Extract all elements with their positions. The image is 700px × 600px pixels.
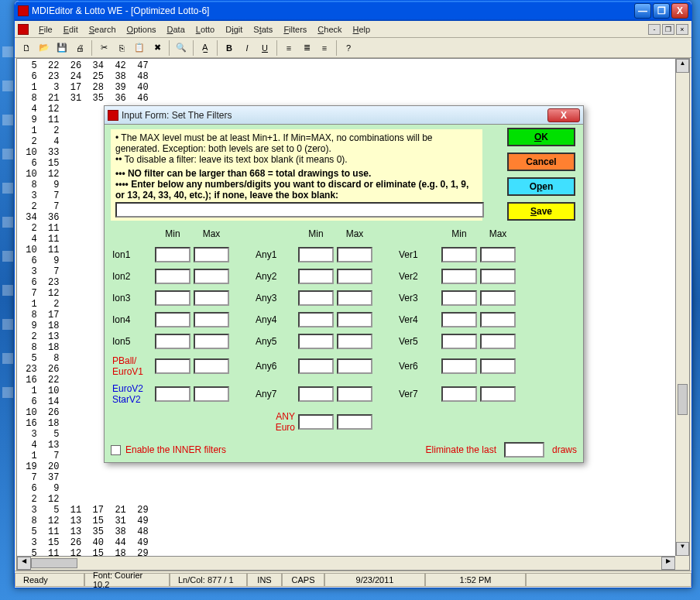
help-icon[interactable]: ? — [340, 39, 357, 57]
ver5-min-input[interactable] — [441, 334, 477, 349]
ok-button[interactable]: OK — [507, 128, 575, 146]
cut-icon[interactable]: ✂ — [95, 39, 112, 57]
ver6-max-input[interactable] — [480, 358, 516, 374]
menu-digit[interactable]: Digit — [220, 23, 248, 36]
ver4-max-input[interactable] — [480, 312, 516, 327]
ver1-max-input[interactable] — [480, 247, 516, 262]
discard-input[interactable] — [115, 202, 484, 218]
any7-max-input[interactable] — [337, 386, 372, 402]
ion2-min-input[interactable] — [155, 269, 190, 284]
menu-stats[interactable]: Stats — [248, 23, 278, 36]
any3-max-input[interactable] — [337, 290, 372, 306]
desktop-icons — [0, 31, 15, 573]
eliminate-input[interactable] — [504, 442, 544, 458]
any1-max-input[interactable] — [337, 247, 372, 262]
open-button[interactable]: Open — [507, 177, 575, 196]
menu-edit[interactable]: Edit — [58, 23, 84, 36]
align-center-icon[interactable]: ≣ — [298, 39, 315, 57]
any6-min-input[interactable] — [298, 358, 334, 374]
any1-min-input[interactable] — [298, 247, 334, 262]
any3-min-input[interactable] — [298, 290, 334, 306]
paste-icon[interactable]: 📋 — [131, 39, 148, 57]
scroll-up-button[interactable]: ▲ — [676, 59, 689, 73]
print-icon[interactable]: 🖨 — [71, 39, 88, 57]
any5-max-input[interactable] — [337, 334, 372, 349]
ver2-min-input[interactable] — [441, 269, 477, 284]
any4-max-input[interactable] — [337, 312, 372, 327]
ion4-max-input[interactable] — [194, 312, 229, 327]
menu-search[interactable]: Search — [84, 23, 122, 36]
any2-max-input[interactable] — [337, 269, 372, 284]
mdi-restore-button[interactable]: ❐ — [662, 24, 674, 35]
ion2-max-input[interactable] — [194, 269, 229, 284]
ver2-max-input[interactable] — [480, 269, 516, 284]
ion3-max-input[interactable] — [194, 290, 229, 306]
align-left-icon[interactable]: ≡ — [280, 39, 297, 57]
titlebar: MDIEditor & Lotto WE - [Optimized Lotto-… — [15, 1, 691, 21]
menu-data[interactable]: Data — [162, 23, 190, 36]
ion5-min-input[interactable] — [155, 334, 190, 349]
copy-icon[interactable]: ⎘ — [113, 39, 130, 57]
ver6-min-input[interactable] — [441, 358, 477, 374]
menu-check[interactable]: Check — [312, 23, 347, 36]
minimize-button[interactable]: — — [634, 3, 651, 19]
menu-options[interactable]: Options — [122, 23, 162, 36]
ver3-max-input[interactable] — [480, 290, 516, 306]
pball-min-input[interactable] — [155, 358, 190, 374]
ion1-min-input[interactable] — [155, 247, 190, 262]
save-button[interactable]: Save — [507, 202, 575, 221]
ion-label-4: Ion4 — [111, 309, 153, 331]
mdi-close-button[interactable]: × — [676, 24, 688, 35]
open-icon[interactable]: 📂 — [36, 39, 53, 57]
cancel-button[interactable]: Cancel — [507, 153, 575, 171]
filter-dialog: Input Form: Set The Filters X • The MAX … — [104, 105, 584, 463]
ver7-min-input[interactable] — [441, 386, 477, 402]
dialog-title: Input Form: Set The Filters — [122, 110, 232, 121]
align-right-icon[interactable]: ≡ — [316, 39, 333, 57]
close-button[interactable]: X — [671, 3, 688, 19]
any7-min-input[interactable] — [298, 386, 334, 402]
scroll-left-button[interactable]: ◀ — [17, 557, 31, 570]
ion3-min-input[interactable] — [155, 290, 190, 306]
horizontal-scrollbar[interactable]: ◀ ▶ — [17, 556, 675, 570]
any6-max-input[interactable] — [337, 358, 372, 374]
scroll-right-button[interactable]: ▶ — [661, 557, 675, 570]
menu-file[interactable]: File — [33, 23, 58, 36]
ion5-max-input[interactable] — [194, 334, 229, 349]
maximize-button[interactable]: ❐ — [653, 3, 670, 19]
delete-icon[interactable]: ✖ — [149, 39, 166, 57]
menu-filters[interactable]: Filters — [278, 23, 312, 36]
anyeuro-min-input[interactable] — [298, 414, 334, 430]
ion1-max-input[interactable] — [194, 247, 229, 262]
mdi-minimize-button[interactable]: - — [648, 24, 661, 35]
dialog-close-button[interactable]: X — [547, 108, 580, 122]
anyeuro-max-input[interactable] — [337, 414, 372, 430]
vertical-scrollbar[interactable]: ▲ ▼ — [675, 59, 689, 556]
any2-min-input[interactable] — [298, 269, 334, 284]
enable-inner-checkbox[interactable] — [111, 445, 121, 455]
underline-icon[interactable]: U — [256, 39, 273, 57]
bold-icon[interactable]: B — [221, 39, 238, 57]
eurov2-min-input[interactable] — [155, 386, 190, 402]
italic-icon[interactable]: I — [238, 39, 256, 57]
ver3-min-input[interactable] — [441, 290, 477, 306]
menu-lotto[interactable]: Lotto — [190, 23, 220, 36]
find-icon[interactable]: 🔍 — [173, 39, 190, 57]
new-icon[interactable]: 🗋 — [18, 39, 35, 57]
findnext-icon[interactable]: A̲ — [197, 39, 214, 57]
scroll-thumb[interactable] — [678, 384, 688, 415]
ver1-min-input[interactable] — [441, 247, 477, 262]
col-max-2: Max — [335, 228, 374, 244]
scroll-thumb-h[interactable] — [31, 558, 77, 568]
any4-min-input[interactable] — [298, 312, 334, 327]
scroll-down-button[interactable]: ▼ — [676, 542, 689, 556]
ver7-max-input[interactable] — [480, 386, 516, 402]
ver5-max-input[interactable] — [480, 334, 516, 349]
ver4-min-input[interactable] — [441, 312, 477, 327]
save-icon[interactable]: 💾 — [53, 39, 70, 57]
eurov2-max-input[interactable] — [194, 386, 229, 402]
ion4-min-input[interactable] — [155, 312, 190, 327]
pball-max-input[interactable] — [194, 358, 229, 374]
menu-help[interactable]: Help — [348, 23, 376, 36]
any5-min-input[interactable] — [298, 334, 334, 349]
